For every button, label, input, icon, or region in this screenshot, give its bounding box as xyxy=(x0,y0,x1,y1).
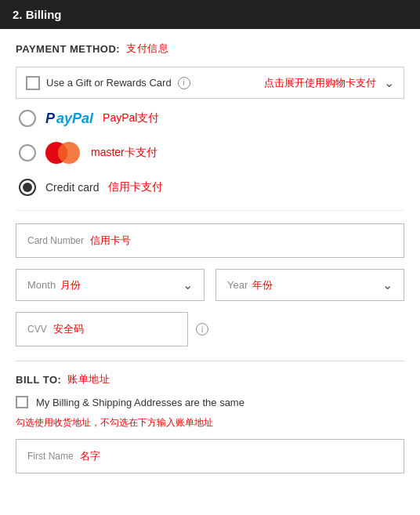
masterpass-chinese: master卡支付 xyxy=(91,146,158,160)
paypal-radio[interactable] xyxy=(19,110,36,127)
credit-card-chinese: 信用卡支付 xyxy=(108,180,163,194)
paypal-chinese: PayPal支付 xyxy=(103,111,159,125)
hint-text: 勾选使用收货地址，不勾选在下方输入账单地址 xyxy=(16,416,404,430)
year-col: Year 年份 ⌄ xyxy=(215,269,404,301)
month-select[interactable]: Month 月份 ⌄ xyxy=(16,269,205,301)
same-address-text: My Billing & Shipping Addresses are the … xyxy=(36,397,244,408)
card-number-group: Card Number 信用卡号 xyxy=(16,223,404,258)
credit-card-label: Credit card xyxy=(45,181,99,194)
card-number-wrapper: Card Number 信用卡号 xyxy=(16,223,404,258)
gift-card-checkbox[interactable] xyxy=(26,76,40,90)
year-select[interactable]: Year 年份 ⌄ xyxy=(215,269,404,301)
month-chevron: ⌄ xyxy=(183,277,193,292)
section-title: 2. Billing xyxy=(13,8,62,21)
paypal-text: ayPal xyxy=(56,111,93,127)
bill-to-label: BILL TO: 账单地址 xyxy=(16,372,404,386)
credit-card-radio[interactable] xyxy=(19,179,36,196)
masterpass-circle-orange xyxy=(58,142,80,164)
info-icon[interactable]: i xyxy=(178,77,190,89)
year-value: 年份 xyxy=(252,278,382,292)
cvv-info-icon[interactable]: i xyxy=(196,323,208,335)
bill-to-text: BILL TO: xyxy=(16,374,61,386)
bill-to-divider xyxy=(16,361,404,361)
month-year-row: Month 月份 ⌄ Year 年份 ⌄ xyxy=(16,269,404,301)
credit-card-option[interactable]: Credit card 信用卡支付 xyxy=(16,179,404,196)
gift-card-chinese: 点击展开使用购物卡支付 xyxy=(264,76,376,90)
paypal-option[interactable]: P ayPal PayPal支付 xyxy=(16,110,404,127)
first-name-wrapper: First Name 名字 xyxy=(16,439,404,473)
section-header: 2. Billing xyxy=(0,0,420,29)
paypal-logo: P ayPal xyxy=(45,111,93,127)
month-value: 月份 xyxy=(60,278,183,292)
month-label: Month xyxy=(27,279,56,291)
gift-card-row[interactable]: Use a Gift or Rewards Card i 点击展开使用购物卡支付… xyxy=(16,67,404,99)
paypal-p-letter: P xyxy=(45,111,55,127)
payment-method-chinese: 支付信息 xyxy=(126,42,168,56)
masterpass-logo xyxy=(45,141,81,165)
year-chevron: ⌄ xyxy=(382,277,393,292)
payment-method-label: PAYMENT METHOD: 支付信息 xyxy=(16,42,404,56)
gift-card-label: Use a Gift or Rewards Card xyxy=(46,77,172,89)
gift-card-right: 点击展开使用购物卡支付 ⌄ xyxy=(264,75,394,90)
gift-card-left: Use a Gift or Rewards Card i xyxy=(26,76,190,90)
month-col: Month 月份 ⌄ xyxy=(16,269,205,301)
same-address-row[interactable]: My Billing & Shipping Addresses are the … xyxy=(16,396,404,408)
payment-method-text: PAYMENT METHOD: xyxy=(16,43,120,55)
form-divider xyxy=(16,210,404,211)
cvv-row: CVV 安全码 i xyxy=(16,312,404,346)
bill-to-chinese: 账单地址 xyxy=(67,372,110,386)
billing-content: PAYMENT METHOD: 支付信息 Use a Gift or Rewar… xyxy=(0,29,420,497)
same-address-checkbox[interactable] xyxy=(16,396,28,408)
year-label: Year xyxy=(227,279,248,291)
gift-card-chevron: ⌄ xyxy=(384,75,394,90)
cvv-group: CVV 安全码 i xyxy=(16,312,404,346)
masterpass-radio[interactable] xyxy=(19,144,36,161)
cvv-wrapper: CVV 安全码 xyxy=(16,312,188,346)
masterpass-option[interactable]: master卡支付 xyxy=(16,141,404,165)
first-name-group: First Name 名字 xyxy=(16,439,404,473)
